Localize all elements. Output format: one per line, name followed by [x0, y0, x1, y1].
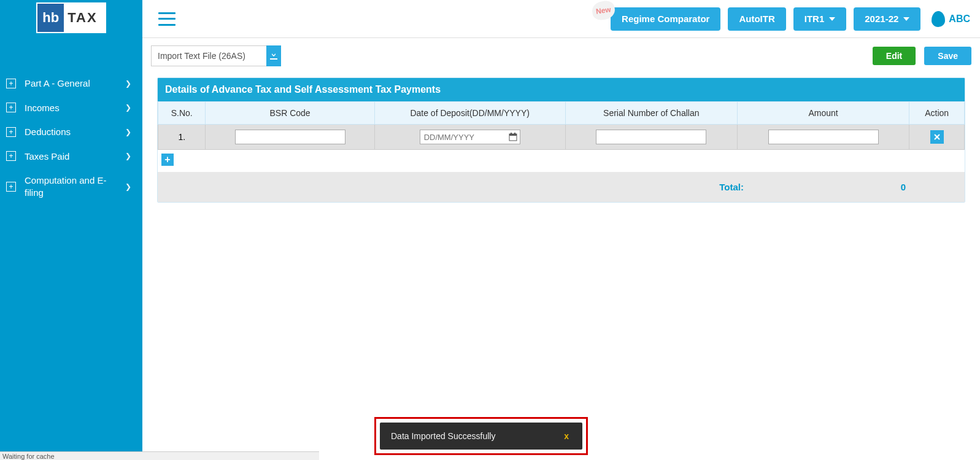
- tax-payments-panel: Details of Advance Tax and Self Assessme…: [157, 77, 965, 203]
- bsr-input[interactable]: [235, 130, 345, 144]
- cell-serial: [565, 125, 737, 150]
- import-group: Import Text File (26AS): [151, 45, 267, 66]
- toast-close-button[interactable]: x: [561, 431, 571, 441]
- save-button[interactable]: Save: [924, 47, 971, 65]
- chevron-right-icon: ❯: [125, 79, 131, 88]
- col-amount: Amount: [737, 102, 909, 125]
- toast-message: Data Imported Successfully: [391, 431, 561, 441]
- sidebar-item-incomes[interactable]: + Incomes ❯: [0, 96, 142, 120]
- plus-icon: +: [6, 103, 16, 112]
- chevron-right-icon: ❯: [125, 103, 131, 112]
- nav: + Part A - General ❯ + Incomes ❯ + Deduc…: [0, 38, 142, 205]
- autoitr-button[interactable]: AutoITR: [728, 7, 785, 31]
- sidebar: hb TAX + Part A - General ❯ + Incomes ❯ …: [0, 0, 142, 460]
- col-bsr: BSR Code: [206, 102, 374, 125]
- chevron-right-icon: ❯: [125, 128, 131, 136]
- button-label: AutoITR: [739, 14, 774, 24]
- total-row: Total: 0: [158, 172, 965, 202]
- sidebar-item-label: Incomes: [25, 102, 122, 114]
- button-label: 2021-22: [865, 14, 898, 24]
- cell-bsr: [206, 125, 374, 150]
- year-dropdown[interactable]: 2021-22: [854, 7, 920, 31]
- delete-row-button[interactable]: [930, 130, 944, 144]
- chevron-right-icon: ❯: [125, 182, 131, 191]
- cell-date: [374, 125, 565, 150]
- col-date: Date of Deposit(DD/MM/YYYY): [374, 102, 565, 125]
- sidebar-item-taxes-paid[interactable]: + Taxes Paid ❯: [0, 144, 142, 169]
- topbar: New Regime Comparator AutoITR ITR1 2021-…: [142, 0, 980, 38]
- chevron-down-icon: [829, 17, 835, 21]
- cell-action: [909, 125, 965, 150]
- edit-button[interactable]: Edit: [873, 47, 916, 65]
- panel-title: Details of Advance Tax and Self Assessme…: [158, 78, 965, 101]
- plus-icon: +: [6, 79, 16, 88]
- logo-hb: hb: [37, 4, 64, 32]
- cell-sno: 1.: [158, 125, 206, 150]
- button-label: Regime Comparator: [622, 14, 709, 24]
- hamburger-icon[interactable]: [158, 12, 176, 26]
- total-label: Total:: [164, 182, 848, 192]
- sidebar-item-label: Part A - General: [25, 77, 122, 90]
- plus-icon: +: [6, 127, 16, 137]
- main: Import Text File (26AS) Edit Save Detail…: [142, 38, 980, 460]
- calendar-icon[interactable]: [506, 130, 520, 144]
- plus-icon: +: [6, 182, 16, 192]
- add-row-button[interactable]: +: [161, 154, 174, 166]
- col-serial: Serial Number of Challan: [565, 102, 737, 125]
- regime-comparator-button[interactable]: Regime Comparator: [611, 7, 720, 31]
- sidebar-item-label: Deductions: [25, 126, 122, 138]
- button-label: ITR1: [804, 14, 825, 24]
- cell-amount: [737, 125, 909, 150]
- svg-rect-2: [511, 133, 512, 134]
- chevron-right-icon: ❯: [125, 152, 131, 160]
- import-button[interactable]: [266, 45, 281, 66]
- col-action: Action: [909, 102, 965, 125]
- table-row: 1.: [158, 125, 965, 150]
- sidebar-item-deductions[interactable]: + Deductions ❯: [0, 120, 142, 144]
- plus-icon: +: [6, 151, 16, 161]
- user-label[interactable]: ABC: [949, 14, 970, 25]
- logo: hb TAX: [0, 0, 142, 38]
- toast-highlight: Data Imported Successfully x: [374, 417, 588, 455]
- status-bar: Waiting for cache: [0, 451, 319, 460]
- logo-tax: TAX: [64, 10, 104, 26]
- date-input[interactable]: [420, 130, 506, 144]
- download-icon: [269, 51, 278, 61]
- svg-rect-3: [514, 133, 515, 134]
- col-sno: S.No.: [158, 102, 206, 125]
- payments-table: S.No. BSR Code Date of Deposit(DD/MM/YYY…: [158, 101, 965, 150]
- sidebar-item-label: Computation and E-filing: [25, 174, 122, 198]
- sidebar-item-computation[interactable]: + Computation and E-filing ❯: [0, 168, 142, 205]
- chevron-down-icon: [903, 17, 909, 21]
- toolbar: Import Text File (26AS) Edit Save: [151, 45, 971, 66]
- sidebar-item-label: Taxes Paid: [25, 150, 122, 163]
- amount-input[interactable]: [768, 130, 879, 144]
- svg-rect-1: [509, 134, 517, 136]
- avatar-icon[interactable]: [932, 11, 945, 27]
- serial-input[interactable]: [596, 130, 706, 144]
- new-badge-wrap: New Regime Comparator: [611, 7, 720, 31]
- sidebar-item-part-a[interactable]: + Part A - General ❯: [0, 71, 142, 96]
- import-label: Import Text File (26AS): [152, 51, 266, 61]
- itr-dropdown[interactable]: ITR1: [793, 7, 847, 31]
- total-value: 0: [848, 182, 959, 192]
- toast: Data Imported Successfully x: [380, 423, 582, 450]
